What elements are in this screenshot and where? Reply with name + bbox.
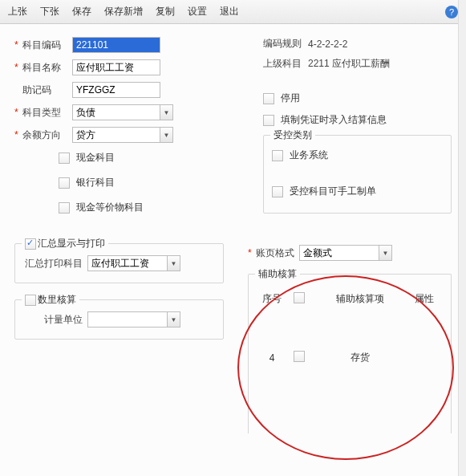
qty-legend: 数里核算 — [38, 293, 76, 307]
required-marker: * — [14, 62, 21, 73]
qty-unit-label: 计量单位 — [25, 313, 87, 327]
aux-row-checkbox[interactable] — [294, 351, 305, 362]
aux-table: 序号 辅助核算项 属性 4 存货 — [253, 287, 446, 369]
required-marker: * — [248, 247, 254, 258]
save-new-button[interactable]: 保存新增 — [104, 5, 143, 18]
summary-print-select[interactable] — [87, 255, 168, 271]
manual-label: 受控科目可手工制单 — [290, 185, 376, 198]
mnemonic-input[interactable] — [72, 82, 160, 98]
summary-print-label: 汇总打印科目 — [25, 257, 87, 271]
type-select[interactable] — [72, 104, 160, 120]
required-marker — [14, 84, 21, 96]
acct-format-select[interactable] — [299, 245, 379, 261]
parent-label: 上级科目 — [263, 57, 308, 71]
disable-checkbox[interactable] — [263, 93, 274, 104]
name-input[interactable] — [72, 59, 160, 75]
aux-header-checkbox[interactable] — [294, 292, 305, 303]
chevron-down-icon[interactable]: ▼ — [168, 255, 180, 271]
save-button[interactable]: 保存 — [72, 5, 91, 18]
cash-equiv-checkbox[interactable] — [59, 202, 70, 214]
rule-label: 编码规则 — [263, 37, 308, 51]
aux-col-item: 辅助核算项 — [316, 292, 404, 306]
summary-fieldset: 汇总显示与打印 汇总打印科目 ▼ — [14, 243, 224, 283]
manual-checkbox[interactable] — [272, 186, 283, 197]
next-button[interactable]: 下张 — [40, 5, 59, 18]
chevron-down-icon[interactable]: ▼ — [160, 127, 173, 143]
summary-checkbox[interactable] — [25, 238, 36, 250]
fill-settlement-checkbox[interactable] — [263, 115, 274, 126]
aux-col-attr: 属性 — [404, 292, 444, 306]
cash-acct-checkbox[interactable] — [59, 153, 70, 164]
biz-system-label: 业务系统 — [290, 148, 328, 162]
aux-legend: 辅助核算 — [258, 267, 297, 281]
aux-col-seq: 序号 — [255, 292, 289, 306]
biz-system-checkbox[interactable] — [272, 150, 283, 161]
scrollbar-track[interactable] — [458, 0, 466, 476]
summary-legend: 汇总显示与打印 — [38, 237, 105, 250]
bank-acct-checkbox[interactable] — [59, 177, 70, 189]
exit-button[interactable]: 退出 — [220, 5, 239, 18]
copy-button[interactable]: 复制 — [156, 5, 175, 18]
type-label: 科目类型 — [22, 106, 72, 120]
chevron-down-icon[interactable]: ▼ — [160, 104, 173, 120]
aux-fieldset: 辅助核算 序号 辅助核算项 属性 4 存货 — [248, 274, 452, 433]
bank-acct-label: 银行科目 — [76, 176, 115, 189]
mnemonic-label: 助记码 — [22, 83, 72, 97]
required-marker: * — [14, 39, 21, 51]
code-input[interactable] — [72, 37, 160, 53]
qty-unit-select[interactable] — [87, 311, 168, 328]
rule-value: 4-2-2-2-2 — [308, 39, 347, 50]
qty-fieldset: 数里核算 计量单位 ▼ — [14, 299, 224, 340]
controlled-fieldset: 受控类别 业务系统 受控科目可手工制单 — [263, 135, 452, 214]
required-marker: * — [14, 107, 21, 118]
aux-row-item: 存货 — [316, 351, 404, 364]
cash-acct-label: 现金科目 — [76, 151, 115, 165]
cash-equiv-label: 现金等价物科目 — [76, 201, 144, 214]
controlled-legend: 受控类别 — [274, 128, 312, 142]
help-icon[interactable]: ? — [445, 6, 458, 18]
settings-button[interactable]: 设置 — [188, 5, 207, 18]
qty-checkbox[interactable] — [25, 295, 36, 306]
acct-format-label: 账页格式 — [256, 246, 294, 260]
required-marker: * — [14, 129, 21, 140]
aux-row[interactable]: 4 存货 — [253, 346, 446, 369]
parent-value: 2211 应付职工薪酬 — [308, 57, 390, 71]
direction-select[interactable] — [72, 127, 160, 143]
chevron-down-icon[interactable]: ▼ — [168, 311, 180, 328]
code-label: 科目编码 — [22, 39, 72, 52]
toolbar: 上张 下张 保存 保存新增 复制 设置 退出 ? — [0, 0, 466, 24]
direction-label: 余额方向 — [22, 128, 72, 142]
aux-row-seq: 4 — [255, 352, 289, 364]
aux-col-check — [289, 292, 316, 306]
fill-settlement-label: 填制凭证时录入结算信息 — [281, 113, 387, 127]
prev-button[interactable]: 上张 — [8, 5, 27, 18]
chevron-down-icon[interactable]: ▼ — [379, 245, 392, 261]
disable-label: 停用 — [281, 92, 300, 105]
name-label: 科目名称 — [22, 61, 72, 75]
